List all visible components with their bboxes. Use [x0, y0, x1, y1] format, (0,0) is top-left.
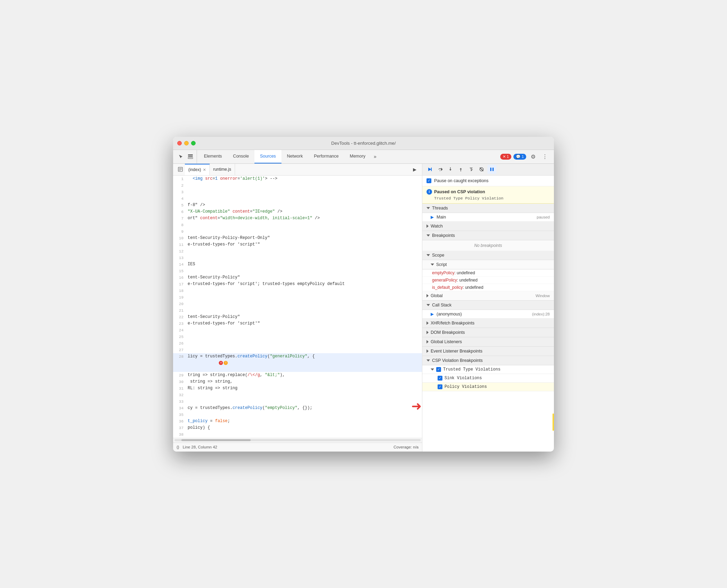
code-line-25: 25 [173, 333, 422, 340]
sink-violations-checkbox[interactable]: ✓ [438, 376, 442, 381]
watch-section-header[interactable]: Watch [422, 222, 554, 231]
code-line-21: 21 [173, 307, 422, 314]
horizontal-scrollbar[interactable] [173, 438, 422, 443]
pause-caught-checkbox[interactable]: ✓ [427, 178, 431, 183]
settings-button[interactable]: ⚙ [528, 152, 538, 161]
scope-global-header[interactable]: Global Window [422, 291, 554, 301]
code-line-7: 7 ort" content="width=device-width, init… [173, 215, 422, 222]
tab-memory[interactable]: Memory [344, 150, 371, 163]
tab-sources[interactable]: Sources [254, 150, 281, 163]
deactivate-breakpoints-button[interactable] [477, 165, 486, 174]
code-line-23: 23 e-trusted-types-for 'script'" [173, 320, 422, 327]
trusted-type-violations-label: Trusted Type Violations [443, 367, 501, 372]
error-badge[interactable]: ✕ 1 [500, 154, 511, 160]
tab-performance[interactable]: Performance [308, 150, 344, 163]
scope-script-collapse-icon [431, 264, 434, 266]
csp-violation-message: Trusted Type Policy Violation [427, 196, 550, 201]
threads-section-header[interactable]: Threads [422, 204, 554, 213]
code-line-36: 36 t_policy = false; [173, 418, 422, 425]
sink-violations-item[interactable]: ✓ Sink Violations [422, 374, 554, 383]
more-options-button[interactable]: ⋮ [540, 152, 550, 161]
dom-breakpoints-header[interactable]: DOM Breakpoints [422, 328, 554, 337]
step-button[interactable] [467, 165, 476, 174]
resume-button[interactable] [425, 165, 434, 174]
svg-rect-1 [188, 156, 193, 157]
call-stack-section-header[interactable]: Call Stack [422, 301, 554, 310]
tab-elements[interactable]: Elements [198, 150, 227, 163]
scope-section-header[interactable]: Scope [422, 251, 554, 260]
xhr-label: XHR/fetch Breakpoints [431, 321, 550, 326]
step-into-button[interactable] [446, 165, 455, 174]
thread-main: ▶ Main paused [422, 213, 554, 222]
svg-rect-18 [490, 168, 492, 171]
close-button[interactable] [177, 141, 182, 145]
window-title: DevTools - tt-enforced.glitch.me/ [331, 141, 396, 146]
threads-collapse-icon [427, 207, 430, 209]
thread-main-label: Main [437, 215, 534, 220]
policy-violations-item[interactable]: ✓ Policy Violations [422, 383, 554, 391]
cursor-icon[interactable] [177, 152, 185, 161]
toggle-drawer-icon[interactable] [186, 152, 195, 161]
tab-network[interactable]: Network [281, 150, 308, 163]
watch-expand-icon [427, 224, 429, 228]
code-panel: (index) ✕ runtime.js ▶ 1 <img src=1 oner… [173, 164, 422, 452]
trusted-type-violations-item[interactable]: ✓ Trusted Type Violations [422, 365, 554, 374]
csp-violation-breakpoints-header[interactable]: CSP Violation Breakpoints [422, 356, 554, 365]
scope-label: Scope [432, 253, 550, 258]
code-line-6: 6 "X-UA-Compatible" content="IE=edge" /> [173, 208, 422, 215]
global-listeners-header[interactable]: Global Listeners [422, 337, 554, 347]
code-line-14: 14 IES [173, 261, 422, 268]
code-line-37: 37 policy) { [173, 425, 422, 431]
maximize-button[interactable] [191, 141, 196, 145]
file-tab-runtime[interactable]: runtime.js [210, 164, 235, 175]
right-panel: ✓ Pause on caught exceptions i Paused on… [422, 164, 554, 391]
pause-on-exceptions-button[interactable] [487, 165, 496, 174]
call-stack-item-anonymous[interactable]: ▶ (anonymous) (index):28 [422, 310, 554, 319]
global-listeners-label: Global Listeners [431, 339, 550, 344]
code-line-15: 15 [173, 268, 422, 274]
code-line-2: 2 [173, 182, 422, 189]
threads-label: Threads [432, 206, 550, 211]
global-listeners-expand-icon [427, 340, 429, 344]
code-line-18: 18 [173, 287, 422, 294]
file-panel-icon[interactable] [176, 165, 185, 174]
svg-rect-8 [431, 168, 432, 171]
xhr-breakpoints-header[interactable]: XHR/fetch Breakpoints [422, 319, 554, 328]
code-line-16: 16 tent-Security-Policy" [173, 274, 422, 281]
call-stack-label: Call Stack [432, 303, 550, 308]
info-icon: i [427, 189, 432, 195]
breakpoints-section-header[interactable]: Breakpoints [422, 231, 554, 240]
message-badge[interactable]: 💬 1 [513, 154, 526, 160]
trusted-type-violations-checkbox[interactable]: ✓ [436, 367, 441, 372]
more-tabs-button[interactable]: » [371, 150, 379, 163]
event-listener-breakpoints-header[interactable]: Event Listener Breakpoints [422, 347, 554, 356]
scope-item-generalPolicy: generalPolicy: undefined [422, 277, 554, 284]
right-scrollbar[interactable] [553, 164, 554, 452]
no-breakpoints-message: No breakpoints [422, 240, 554, 251]
step-out-button[interactable] [456, 165, 465, 174]
file-tab-index[interactable]: (index) ✕ [185, 164, 210, 175]
code-line-20: 20 [173, 301, 422, 307]
code-line-13: 13 [173, 255, 422, 261]
minimize-button[interactable] [184, 141, 189, 145]
policy-violations-checkbox[interactable]: ✓ [438, 384, 442, 389]
scrollbar-thumb[interactable] [181, 439, 251, 441]
breakpoints-collapse-icon [427, 234, 430, 237]
code-area[interactable]: 1 <img src=1 onerror='alert(1)'> --> 2 3… [173, 176, 422, 438]
right-scroll-thumb [553, 413, 554, 431]
code-line-11: 11 e-trusted-types-for 'script'" [173, 241, 422, 248]
dom-label: DOM Breakpoints [431, 330, 550, 335]
svg-marker-12 [449, 169, 451, 171]
code-line-12: 12 [173, 248, 422, 255]
code-line-5: 5 f-8" /> [173, 202, 422, 208]
trusted-types-collapse-icon [431, 368, 434, 371]
code-line-32: 32 [173, 392, 422, 398]
scope-script-header[interactable]: Script [422, 260, 554, 269]
devtools-window: DevTools - tt-enforced.glitch.me/ Elemen… [173, 137, 554, 452]
tab-console[interactable]: Console [227, 150, 254, 163]
close-file-tab-index[interactable]: ✕ [203, 168, 206, 172]
step-over-button[interactable] [436, 165, 445, 174]
csp-collapse-icon [427, 359, 430, 362]
run-snippet-icon[interactable]: ▶ [410, 165, 419, 174]
titlebar: DevTools - tt-enforced.glitch.me/ [173, 137, 554, 150]
